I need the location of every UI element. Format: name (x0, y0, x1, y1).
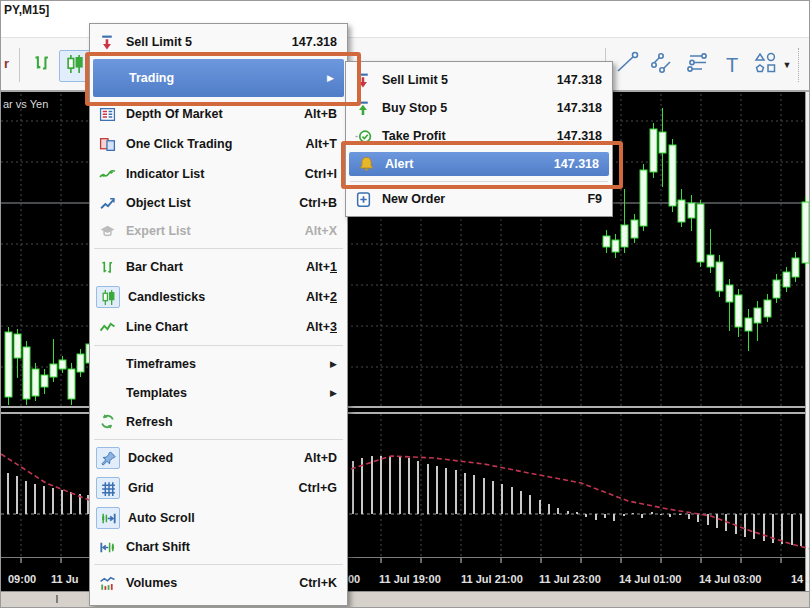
menu-item-refresh[interactable]: Refresh (90, 407, 347, 436)
menu-item-label: Chart Shift (126, 540, 337, 554)
menu-item-label: Docked (128, 451, 304, 465)
menu-item-label: Depth Of Market (126, 107, 304, 121)
time-axis-label: 00 (348, 573, 360, 585)
menu-item-line-chart[interactable]: Line ChartAlt+3 (90, 312, 347, 342)
menu-item-shortcut: Alt+X (305, 224, 337, 238)
line-chart-icon (96, 317, 118, 337)
menu-item-volumes[interactable]: VolumesCtrl+K (90, 568, 347, 598)
menu-item-sell-limit-5[interactable]: Sell Limit 5147.318 (346, 66, 612, 94)
menu-item-label: One Click Trading (126, 137, 305, 151)
menu-item-value: 147.318 (557, 101, 602, 115)
menu-item-shortcut: Ctrl+B (299, 196, 337, 210)
menu-item-timeframes[interactable]: Timeframes▶ (90, 349, 347, 379)
fibonacci-button[interactable] (683, 50, 713, 80)
menu-item-label: Buy Stop 5 (382, 101, 557, 115)
time-axis-label: 14 Jul 03:00 (699, 573, 761, 585)
chart-context-menu: Sell Limit 5147.318Trading▶Depth Of Mark… (89, 23, 348, 606)
menu-item-value: 147.318 (557, 73, 602, 87)
text-icon: T (726, 54, 738, 77)
dropdown-arrow-icon: ▼ (783, 60, 792, 70)
bar-chart-toolbar-button[interactable] (27, 50, 57, 80)
docked-icon (96, 447, 120, 469)
menu-separator (90, 342, 347, 349)
shapes-icon (753, 50, 779, 80)
annotation-box-trading (85, 52, 361, 106)
refresh-icon (96, 412, 118, 432)
time-axis-label: 14 Jul 01:00 (619, 573, 681, 585)
menu-item-label: Sell Limit 5 (382, 73, 557, 87)
menu-item-label: Candlesticks (128, 290, 306, 304)
chart-shift-icon (96, 537, 118, 557)
menu-item-label: Auto Scroll (128, 511, 337, 525)
expert-list-icon (96, 221, 118, 241)
shapes-dropdown[interactable]: ▼ (779, 50, 795, 80)
trendline-button[interactable] (613, 50, 643, 80)
menu-item-label: Grid (128, 481, 298, 495)
shapes-button[interactable] (751, 50, 781, 80)
toolbar-separator (798, 48, 800, 82)
candlesticks-icon (64, 53, 86, 79)
menu-item-shortcut: Ctrl+K (299, 576, 337, 590)
candlesticks-icon (96, 286, 120, 308)
window-title-fragment: PY,M15] (4, 3, 49, 17)
one-click-trading-icon (96, 134, 118, 154)
fibonacci-icon (685, 50, 711, 80)
menu-item-label: Sell Limit 5 (126, 35, 292, 49)
menu-item-indicator-list[interactable]: Indicator ListCtrl+I (90, 159, 347, 189)
object-list-icon (96, 193, 118, 213)
menu-item-chart-shift[interactable]: Chart Shift (90, 533, 347, 561)
menu-item-templates[interactable]: Templates▶ (90, 379, 347, 407)
bar-chart-icon (31, 52, 53, 78)
menu-item-label: Refresh (126, 415, 337, 429)
time-axis-label: 11 Jul 19:00 (379, 573, 441, 585)
empty-icon-slot (96, 354, 118, 374)
menu-item-shortcut: Alt+2 (306, 290, 337, 304)
empty-icon-slot (96, 383, 118, 403)
menu-item-bar-chart[interactable]: Bar ChartAlt+1 (90, 252, 347, 282)
menu-separator (90, 561, 347, 568)
volumes-icon (96, 573, 118, 593)
depth-of-market-icon (96, 104, 118, 124)
trendline-icon (615, 50, 641, 80)
toolbar-separator (19, 48, 20, 82)
menu-separator (90, 436, 347, 443)
mt-terminal-window: PY,M15] ar vs Yen 09:0011 Ju0011 Jul 19:… (0, 0, 810, 608)
menu-item-candlesticks[interactable]: CandlesticksAlt+2 (90, 282, 347, 312)
menu-item-shortcut: Ctrl+G (298, 481, 337, 495)
menu-item-label: Bar Chart (126, 260, 306, 274)
new-order-icon (352, 189, 374, 209)
menu-item-value: 147.318 (292, 35, 337, 49)
equidistant-channel-button[interactable] (647, 50, 677, 80)
auto-scroll-icon (96, 507, 120, 529)
submenu-arrow-icon: ▶ (330, 388, 337, 398)
menu-item-buy-stop-5[interactable]: Buy Stop 5147.318 (346, 94, 612, 122)
menu-item-one-click-trading[interactable]: One Click TradingAlt+T (90, 129, 347, 159)
menu-item-new-order[interactable]: New OrderF9 (346, 185, 612, 213)
menu-item-object-list[interactable]: Object ListCtrl+B (90, 189, 347, 217)
text-tool-button[interactable]: T (717, 50, 747, 80)
menu-item-label: Indicator List (126, 167, 305, 181)
menu-item-expert-list[interactable]: Expert ListAlt+X (90, 217, 347, 245)
menu-item-shortcut: Alt+T (305, 137, 337, 151)
trading-submenu: Sell Limit 5147.318Buy Stop 5147.318Take… (345, 61, 613, 217)
menu-item-label: New Order (382, 192, 587, 206)
grid-icon (96, 477, 120, 499)
menu-item-shortcut: Alt+B (304, 107, 337, 121)
bar-chart-icon (96, 257, 118, 277)
submenu-arrow-icon: ▶ (330, 359, 337, 369)
menu-item-shortcut: Alt+1 (306, 260, 337, 274)
menu-item-grid[interactable]: GridCtrl+G (90, 473, 347, 503)
new-order-button-fragment[interactable]: r (4, 56, 9, 71)
time-axis-label: 11 Jul 23:00 (539, 573, 601, 585)
menu-item-shortcut: F9 (587, 192, 602, 206)
menu-item-auto-scroll[interactable]: Auto Scroll (90, 503, 347, 533)
menu-item-label: Templates (126, 386, 322, 400)
menu-item-shortcut: Alt+3 (306, 320, 337, 334)
time-axis-label: 11 Ju (51, 573, 79, 585)
menu-separator (90, 245, 347, 252)
menu-item-docked[interactable]: DockedAlt+D (90, 443, 347, 473)
menu-item-label: Object List (126, 196, 299, 210)
time-axis-label: 09:00 (8, 573, 36, 585)
menu-item-shortcut: Ctrl+I (305, 167, 337, 181)
time-axis-label: 14 J (791, 573, 810, 585)
